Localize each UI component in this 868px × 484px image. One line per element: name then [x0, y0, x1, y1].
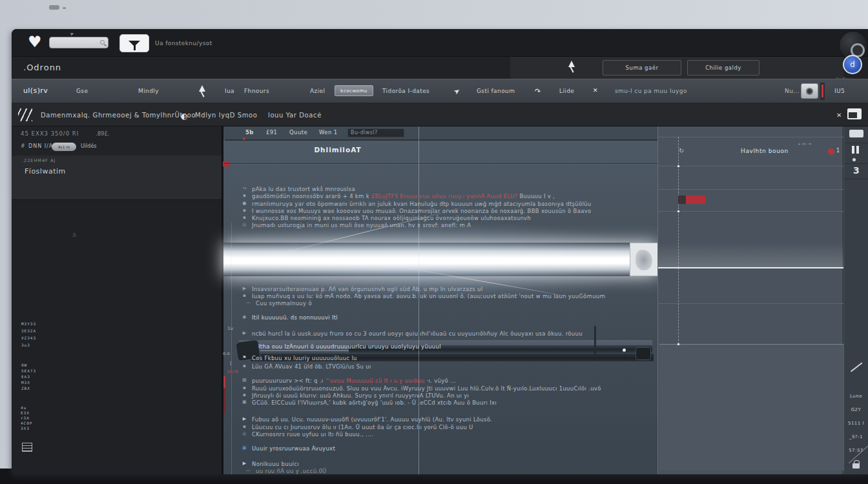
refresh-icon[interactable]: ↻	[679, 147, 684, 154]
tab-1[interactable]: Suma gaér	[603, 60, 681, 76]
curve-arrow-icon[interactable]: ↷	[535, 87, 541, 96]
pointer-tool-icon[interactable]	[196, 85, 208, 97]
menu-iu5[interactable]: IU5	[834, 88, 845, 94]
gutter-dots[interactable]: o.o	[223, 351, 230, 356]
pause-icon[interactable]	[856, 146, 859, 154]
strip-line: 4u	[21, 405, 32, 410]
half-circle-icon[interactable]: ◐	[181, 112, 188, 121]
menu-liide[interactable]: Liide	[559, 88, 574, 94]
marker-pole	[594, 326, 596, 356]
toolbar-mode[interactable]: Mdlyn lyqD Smoo	[195, 112, 257, 119]
strip-line: XZ343	[21, 334, 36, 341]
strip-label[interactable]: Luno	[845, 394, 867, 399]
track-bar-1[interactable]	[349, 345, 652, 353]
menu-fhnours[interactable]: Fhnours	[244, 88, 269, 94]
app-logo-heart-icon[interactable]: ♥	[28, 33, 42, 51]
red-edge-marker	[223, 161, 230, 166]
strip-divider	[844, 163, 868, 164]
strip-label[interactable]: 5111 I	[845, 421, 867, 426]
rec-label: Nu...	[785, 88, 800, 94]
arrow-ne-icon[interactable]: ➤	[452, 86, 462, 97]
tab-2[interactable]: Chilie galdy	[687, 60, 760, 76]
menu-view[interactable]: ul(s)rv	[23, 86, 48, 95]
grid-hline	[658, 189, 843, 190]
strip-line: M3X	[21, 379, 36, 385]
toolbar-title: Damenmxalq. Ghrmeooej & TomylhnrÜtooo	[41, 112, 196, 119]
menu-gsti[interactable]: Gsti fanoum	[477, 88, 515, 94]
strip-divider	[844, 143, 868, 143]
menu-gse[interactable]: Gse	[76, 88, 88, 94]
document-panel	[223, 126, 657, 474]
grid-icon[interactable]	[22, 443, 32, 452]
track-bar-2[interactable]	[251, 354, 654, 361]
topbar-item-4[interactable]: Wen 1	[319, 129, 338, 136]
strip-label[interactable]: G2Y	[845, 407, 867, 412]
app-window: ♥ ➤ Ua fonsteknu/ysot Suma gaér Chilie g…	[12, 29, 868, 476]
sidebar-item[interactable]: Fíoslwatim	[25, 167, 66, 176]
search-icon	[100, 40, 105, 45]
active-tool-button[interactable]: kcocwomu	[335, 85, 373, 96]
strip-line: M3Y33	[21, 320, 36, 327]
close-icon[interactable]: ✕	[836, 112, 842, 119]
menu-tidoroa[interactable]: Tidoröa I-dates	[382, 88, 429, 94]
sidebar-strip-3[interactable]: 4uE3Xr3A4C0P3X3	[21, 405, 32, 431]
camera-blob	[235, 339, 261, 362]
lock-icon[interactable]	[852, 463, 860, 469]
toolbar-extra[interactable]: louu Yar Doacé	[268, 112, 322, 119]
page-preview-thumb[interactable]	[630, 243, 658, 276]
sidebar-pill-toggle[interactable]: 4s1 m	[52, 143, 76, 151]
filter-input[interactable]: Bu-dlwsl?	[347, 128, 404, 137]
three-glyph[interactable]: 3	[853, 165, 860, 176]
grid-big-cell[interactable]	[659, 344, 843, 470]
menu-mindly[interactable]: Mindly	[138, 88, 159, 94]
filter-button[interactable]	[119, 34, 149, 52]
image-panel-icon[interactable]	[847, 108, 862, 119]
grid-hline	[658, 303, 843, 304]
cursor-icon	[566, 61, 577, 72]
panel-glow	[658, 243, 843, 267]
red-level-slider[interactable]	[820, 83, 825, 100]
badge-count: 1	[836, 148, 840, 154]
tab-bar-right-section: Suma gaér Chilie galdy	[510, 57, 843, 79]
red-progress-bar[interactable]	[686, 196, 705, 204]
strip-line: E3X	[21, 410, 32, 416]
sidebar-header: 45 EXX3 350/0 RI	[21, 130, 79, 137]
red-slider-cap	[678, 196, 686, 204]
track-handle[interactable]	[636, 347, 651, 360]
sidebar-lower: a M3Y333E3ZAXZ3433u3 9W5EA73EA3M3XZBX 4u…	[12, 200, 223, 474]
menu-lua[interactable]: lua	[225, 88, 234, 94]
vertical-guide-line	[418, 126, 419, 474]
topbar-item-1[interactable]: 5b	[245, 129, 254, 136]
sidebar-strip-2[interactable]: 9W5EA73EA3M3XZBX	[21, 362, 36, 391]
topbar-item-2[interactable]: £91	[266, 129, 277, 136]
menu-aziel[interactable]: Aziel	[310, 88, 325, 94]
gutter-guide-line	[231, 223, 232, 474]
strip-line: 3E3ZA	[21, 327, 36, 334]
mini-window-icon[interactable]	[849, 130, 863, 137]
right-tool-strip: 3 LunoG2Y5111 I_S?-157:S7	[843, 126, 868, 474]
topbar-item-3[interactable]: Quute	[289, 129, 307, 136]
app-label: .Odronn	[23, 63, 61, 72]
grid-hline	[658, 137, 843, 137]
left-sidebar: 45 EXX3 350/0 RI .89£. # DNN I/A B 4s1 m…	[12, 126, 223, 474]
slashes-icon[interactable]	[18, 108, 32, 121]
strip-label[interactable]: _S?-1	[845, 434, 867, 439]
strip-line: 4C0P	[21, 421, 32, 426]
pen-diagonal-icon[interactable]	[851, 362, 862, 372]
pause-icon[interactable]	[852, 146, 854, 154]
dashed-guide	[678, 137, 679, 344]
sidebar-strip-1[interactable]: M3Y333E3ZAXZ3433u3	[21, 320, 36, 348]
sidebar-header-2: .89£.	[96, 130, 110, 137]
user-avatar[interactable]: d	[843, 55, 862, 74]
bright-line	[658, 267, 843, 268]
sidebar-row-after[interactable]: Uildés	[81, 143, 96, 149]
desk-smudge	[49, 5, 59, 10]
strip-line: 3u3	[21, 341, 36, 348]
search-input[interactable]	[49, 37, 108, 48]
desk-smudge-dot	[63, 7, 66, 9]
pin-x-icon[interactable]: ✕	[593, 87, 598, 94]
dot-icon[interactable]	[852, 158, 856, 161]
camera-button[interactable]	[801, 83, 818, 99]
tick	[677, 343, 679, 345]
red-gutter-tick-2	[223, 388, 225, 414]
